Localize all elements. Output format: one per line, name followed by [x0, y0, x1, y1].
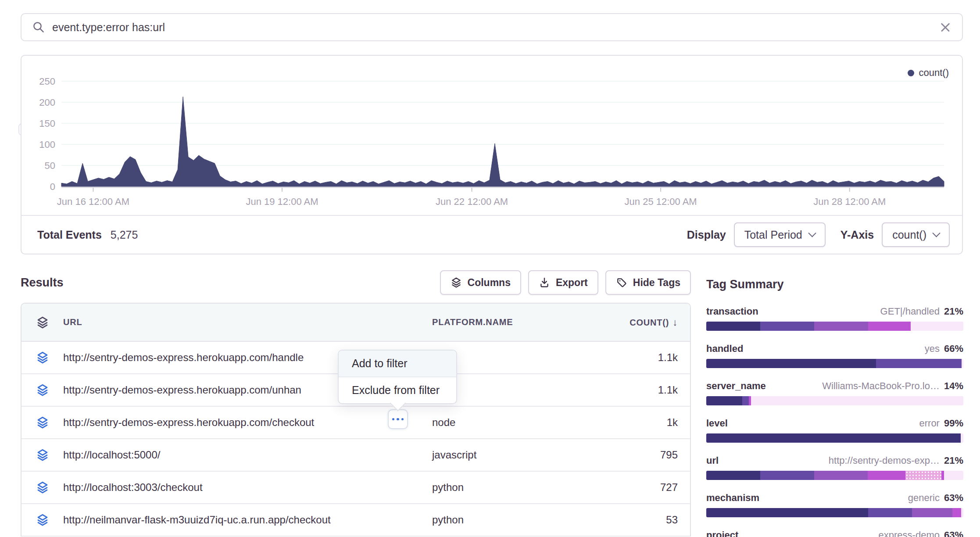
legend-label: count()	[919, 67, 949, 79]
tag-entry-level: levelerror99%	[706, 417, 963, 443]
bar-segment	[751, 396, 963, 405]
tag-entry-server_name: server_nameWilliams-MacBook-Pro.lo…14%	[706, 380, 963, 405]
chevron-down-icon	[932, 229, 940, 237]
search-query: event.type:error has:url	[52, 21, 939, 34]
column-header-count[interactable]: COUNT()↓	[592, 317, 690, 328]
discover-page: event.type:error has:url 050100150200250…	[0, 0, 980, 537]
table-row[interactable]: http://localhost:3003/checkoutpython727	[21, 472, 690, 504]
svg-text:Jun 16 12:00 AM: Jun 16 12:00 AM	[57, 196, 129, 207]
hide-tags-button[interactable]: Hide Tags	[605, 270, 691, 295]
columns-layers-icon	[451, 277, 462, 288]
svg-text:Jun 22 12:00 AM: Jun 22 12:00 AM	[436, 196, 508, 207]
bar-segment	[760, 322, 814, 331]
table-row[interactable]: http://sentry-demos-express.herokuapp.co…	[21, 407, 690, 439]
bar-segment	[706, 396, 742, 405]
tag-entry-url: urlhttp://sentry-demos-exp…21%	[706, 455, 963, 480]
column-header-platform[interactable]: PLATFORM.NAME	[432, 317, 592, 327]
tag-name: level	[706, 417, 728, 429]
bar-segment	[742, 396, 749, 405]
svg-text:Jun 28 12:00 AM: Jun 28 12:00 AM	[813, 196, 886, 207]
chevron-down-icon	[808, 229, 816, 237]
tag-name: url	[706, 455, 719, 466]
tag-distribution-bar[interactable]	[706, 433, 963, 443]
svg-text:200: 200	[39, 97, 55, 108]
search-input[interactable]: event.type:error has:url	[21, 13, 963, 41]
stack-row-icon	[36, 481, 49, 494]
tag-entry-handled: handledyes66%	[706, 343, 963, 368]
count-cell: 53	[592, 514, 690, 526]
tag-name: project	[706, 529, 738, 537]
bar-segment	[944, 471, 963, 480]
platform-cell: node	[432, 416, 592, 429]
bar-segment	[706, 433, 961, 443]
columns-button-label: Columns	[468, 277, 511, 289]
chart-footer: Total Events 5,275 Display Total Period …	[21, 215, 962, 254]
bar-segment	[814, 322, 868, 331]
events-chart-panel: 050100150200250Jun 16 12:00 AMJun 19 12:…	[21, 55, 963, 254]
results-title: Results	[21, 276, 64, 290]
total-events-label: Total Events	[37, 229, 102, 241]
bar-segment	[961, 433, 963, 443]
display-select[interactable]: Total Period	[734, 222, 826, 247]
tag-top-value: GET|/handled	[880, 305, 940, 317]
table-row[interactable]: http://localhost:5000/javascript795	[21, 439, 690, 472]
tag-summary: Tag Summary transactionGET|/handled21%ha…	[706, 278, 963, 537]
tag-top-percent: 63%	[944, 529, 963, 537]
svg-text:Jun 25 12:00 AM: Jun 25 12:00 AM	[625, 196, 697, 207]
bar-segment	[911, 322, 963, 331]
chart-legend[interactable]: count()	[908, 67, 949, 79]
tag-top-percent: 14%	[944, 380, 963, 392]
bar-segment	[706, 322, 760, 331]
row-actions-button[interactable]	[388, 409, 408, 429]
yaxis-select[interactable]: count()	[882, 222, 950, 247]
platform-cell: python	[432, 481, 592, 494]
tag-name: mechanism	[706, 492, 759, 504]
bar-segment	[706, 359, 876, 368]
events-chart[interactable]: 050100150200250Jun 16 12:00 AMJun 19 12:…	[21, 56, 962, 216]
table-actions: Columns Export Hide Tags	[440, 270, 691, 295]
menu-item-add-to-filter[interactable]: Add to filter	[339, 351, 456, 377]
dot	[397, 418, 399, 421]
bar-segment	[905, 471, 941, 480]
total-events-value: 5,275	[111, 229, 138, 241]
tag-distribution-bar[interactable]	[706, 471, 963, 480]
tag-top-percent: 63%	[944, 492, 963, 504]
svg-text:0: 0	[50, 181, 55, 192]
platform-cell: python	[432, 514, 592, 526]
count-cell: 727	[592, 481, 690, 494]
bar-segment	[706, 471, 760, 480]
table-row[interactable]: http://neilmanvar-flask-m3uuizd7iq-uc.a.…	[21, 504, 690, 537]
platform-cell: javascript	[432, 449, 592, 461]
bar-segment	[868, 322, 911, 331]
bar-segment	[912, 508, 953, 517]
stack-header-icon[interactable]	[21, 316, 63, 329]
display-value: Total Period	[744, 229, 802, 241]
bar-segment	[706, 508, 868, 517]
dot	[392, 418, 395, 421]
tag-icon	[616, 277, 627, 288]
tag-top-percent: 21%	[944, 305, 963, 317]
tag-summary-list: transactionGET|/handled21%handledyes66%s…	[706, 305, 963, 537]
url-cell: http://neilmanvar-flask-m3uuizd7iq-uc.a.…	[63, 514, 432, 526]
bar-segment	[760, 471, 814, 480]
export-button[interactable]: Export	[528, 270, 598, 295]
svg-text:100: 100	[39, 139, 55, 150]
column-header-url[interactable]: URL	[63, 317, 432, 327]
bar-segment	[952, 508, 961, 517]
yaxis-value: count()	[892, 229, 926, 241]
tag-distribution-bar[interactable]	[706, 396, 963, 405]
tag-distribution-bar[interactable]	[706, 322, 963, 331]
clear-search-button[interactable]	[939, 21, 951, 33]
bar-segment	[876, 359, 962, 368]
tag-distribution-bar[interactable]	[706, 508, 963, 517]
columns-button[interactable]: Columns	[440, 270, 521, 295]
tag-top-value: error	[919, 417, 940, 429]
tag-distribution-bar[interactable]	[706, 359, 963, 368]
bar-segment	[961, 508, 963, 517]
url-cell: http://sentry-demos-express.herokuapp.co…	[63, 416, 432, 429]
count-series-area	[61, 97, 944, 187]
tag-top-value: yes	[925, 343, 940, 354]
tag-top-value: http://sentry-demos-exp…	[829, 455, 940, 466]
count-cell: 1.1k	[592, 384, 690, 396]
tag-name: handled	[706, 343, 743, 354]
